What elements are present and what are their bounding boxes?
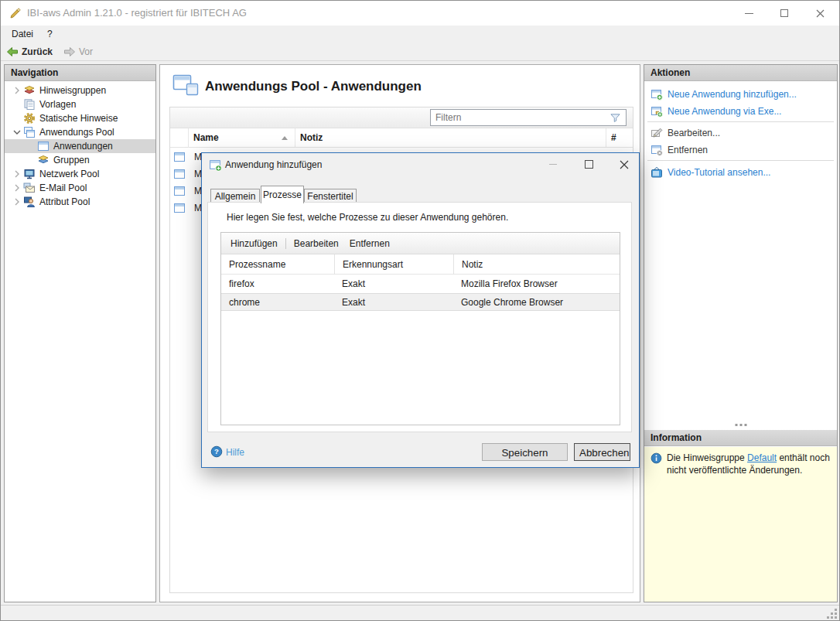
svg-text:?: ? xyxy=(214,447,219,456)
filter-funnel-icon xyxy=(610,112,621,124)
window-title: IBI-aws Admin 1.21.0 - registriert für I… xyxy=(27,1,247,26)
table-header-row: Name Notiz # xyxy=(170,128,633,148)
action-new-application[interactable]: Neue Anwendung hinzufügen... xyxy=(644,86,837,103)
sidebar-item-email-pool[interactable]: E-Mail Pool xyxy=(5,181,155,195)
filter-box xyxy=(430,109,627,126)
sidebar-item-anwendungs-pool[interactable]: Anwendungs Pool xyxy=(5,125,155,139)
chevron-right-icon[interactable] xyxy=(11,168,23,180)
network-icon xyxy=(23,168,36,180)
action-edit[interactable]: Bearbeiten... xyxy=(644,125,837,142)
column-header-erkennungsart[interactable]: Erkennungsart xyxy=(334,254,453,275)
process-row-firefox[interactable]: firefox Exakt Mozilla Firefox Browser xyxy=(221,275,620,293)
maximize-button[interactable] xyxy=(767,1,802,26)
back-button[interactable]: Zurück xyxy=(2,43,56,60)
chevron-right-icon[interactable] xyxy=(11,84,23,97)
action-label: Bearbeiten... xyxy=(668,128,720,138)
process-list: Hinzufügen Bearbeiten Entfernen Prozessn… xyxy=(220,232,620,425)
help-link[interactable]: Hilfe xyxy=(226,447,244,458)
info-icon xyxy=(650,452,662,464)
sidebar-item-gruppen[interactable]: Gruppen xyxy=(5,153,155,167)
sidebar-item-label: Anwendungen xyxy=(53,141,113,152)
navigation-panel: Navigation Hinweisgruppen Vorlagen Stati… xyxy=(4,64,156,602)
menu-help[interactable]: ? xyxy=(43,26,57,43)
sidebar-item-hinweisgruppen[interactable]: Hinweisgruppen xyxy=(5,84,155,97)
column-header-notiz[interactable]: Notiz xyxy=(295,128,606,148)
process-remove-button[interactable]: Entfernen xyxy=(350,238,390,249)
cell-process: chrome xyxy=(221,294,334,312)
cell-note: Google Chrome Browser xyxy=(453,294,620,312)
chevron-down-icon[interactable] xyxy=(11,126,23,138)
tab-allgemein[interactable]: Allgemein xyxy=(210,189,260,203)
action-label: Video-Tutorial ansehen... xyxy=(668,167,770,178)
action-remove[interactable]: Entfernen xyxy=(644,142,837,159)
tab-fenstertitel[interactable]: Fenstertitel xyxy=(304,189,357,203)
action-new-application-via-exe[interactable]: Neue Anwendung via Exe... xyxy=(644,103,837,120)
dialog-window-add-icon xyxy=(209,159,222,172)
back-label: Zurück xyxy=(22,46,53,57)
page-title: Anwendungs Pool - Anwendungen xyxy=(205,79,422,94)
column-header-prozessname[interactable]: Prozessname xyxy=(221,254,334,275)
process-edit-button[interactable]: Bearbeiten xyxy=(294,238,339,249)
tv-icon xyxy=(650,166,663,179)
action-label: Neue Anwendung hinzufügen... xyxy=(668,89,797,100)
menu-datei[interactable]: Datei xyxy=(7,26,38,43)
info-message-prefix: Die Hinweisgruppe xyxy=(667,452,745,463)
actions-header: Aktionen xyxy=(644,65,837,81)
chevron-right-icon[interactable] xyxy=(11,196,23,208)
save-button[interactable]: Speichern xyxy=(482,443,568,461)
help-icon: ? xyxy=(210,445,223,458)
sidebar-item-anwendungen[interactable]: Anwendungen xyxy=(5,139,155,153)
mail-icon xyxy=(23,182,36,194)
window-titlebar: IBI-aws Admin 1.21.0 - registriert für I… xyxy=(1,1,839,26)
edit-pencil-icon xyxy=(650,127,663,139)
windows-stack-icon xyxy=(23,126,36,138)
sidebar-item-label: Hinweisgruppen xyxy=(39,85,106,96)
close-button[interactable] xyxy=(802,1,838,26)
dialog-close-button[interactable] xyxy=(613,156,636,172)
dialog-minimize-button[interactable] xyxy=(541,156,565,172)
cell-detection: Exakt xyxy=(334,294,453,312)
window-icon xyxy=(173,151,186,163)
resize-grip[interactable] xyxy=(827,609,837,619)
prozesse-tab-page: Hier legen Sie fest, welche Prozesse zu … xyxy=(207,202,632,432)
action-label: Neue Anwendung via Exe... xyxy=(668,106,781,117)
sort-ascending-icon xyxy=(282,136,288,140)
sidebar-item-label: Anwendungs Pool xyxy=(39,127,114,138)
column-header-count[interactable]: # xyxy=(606,128,633,148)
sidebar-item-label: E-Mail Pool xyxy=(39,183,87,193)
filter-input[interactable] xyxy=(431,112,610,123)
action-video-tutorial[interactable]: Video-Tutorial ansehen... xyxy=(644,164,837,181)
information-message: Die Hinweisgruppe Default enthält noch n… xyxy=(667,452,831,476)
forward-button[interactable]: Vor xyxy=(60,43,97,60)
person-icon xyxy=(23,196,36,208)
cancel-button[interactable]: Abbrechen xyxy=(574,443,630,461)
chevron-right-icon[interactable] xyxy=(11,182,23,194)
panel-splitter-grip[interactable] xyxy=(735,424,746,426)
information-header: Information xyxy=(644,430,837,446)
add-application-dialog: Anwendung hinzufügen Allgemein Prozesse … xyxy=(201,152,640,468)
dialog-title: Anwendung hinzufügen xyxy=(225,153,322,177)
minimize-button[interactable] xyxy=(731,1,767,26)
window-controls xyxy=(731,1,838,26)
forward-label: Vor xyxy=(79,46,93,57)
sidebar-item-vorlagen[interactable]: Vorlagen xyxy=(5,97,155,111)
applications-header-icon xyxy=(172,73,200,98)
back-arrow-icon xyxy=(6,46,19,58)
groups-icon xyxy=(37,154,50,166)
dialog-maximize-button[interactable] xyxy=(577,156,600,172)
actions-panel: Aktionen Neue Anwendung hinzufügen... Ne… xyxy=(644,64,838,602)
window-icon xyxy=(173,168,186,180)
sidebar-item-statische-hinweise[interactable]: Statische Hinweise xyxy=(5,111,155,125)
sidebar-item-attribut-pool[interactable]: Attribut Pool xyxy=(5,195,155,209)
column-header-name[interactable]: Name xyxy=(188,128,295,148)
default-group-link[interactable]: Default xyxy=(747,452,777,463)
sidebar-item-netzwerk-pool[interactable]: Netzwerk Pool xyxy=(5,167,155,181)
process-row-chrome[interactable]: chrome Exakt Google Chrome Browser xyxy=(221,293,620,311)
window-exe-add-icon xyxy=(650,105,663,118)
sidebar-item-label: Netzwerk Pool xyxy=(39,169,99,179)
tab-prozesse[interactable]: Prozesse xyxy=(261,186,304,203)
column-header-notiz[interactable]: Notiz xyxy=(453,254,620,275)
process-table-header: Prozessname Erkennungsart Notiz xyxy=(221,254,620,275)
action-label: Entfernen xyxy=(668,145,708,155)
process-add-button[interactable]: Hinzufügen xyxy=(230,238,278,249)
